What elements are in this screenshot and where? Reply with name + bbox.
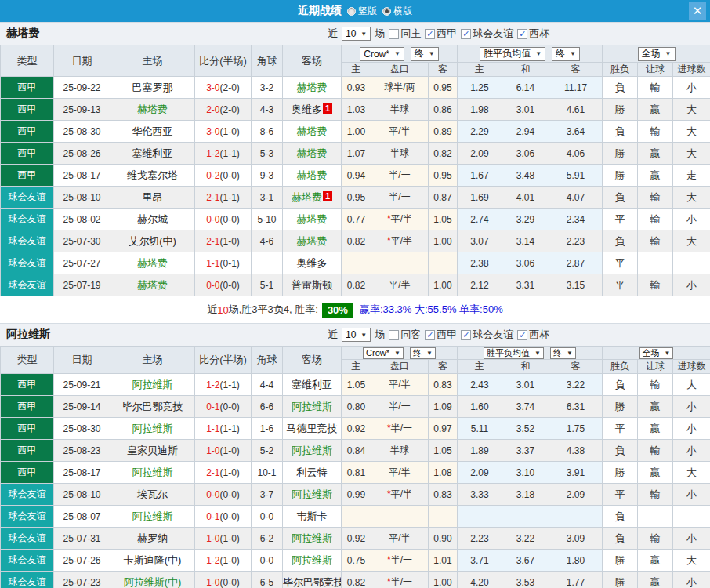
league-type-cell: 球会友谊 [1,528,54,550]
away-team-name: 赫塔费 [297,169,328,181]
score-cell: 1-2(1-1) [195,143,252,165]
subcol-goals: 进球数 [673,63,710,77]
halftime-score: (1-0) [220,533,240,544]
bookmaker-select[interactable]: Crow*▼ [363,347,404,359]
handicap-cell: 平/半 [371,374,429,396]
away-odds-cell: 0.90 [429,528,458,550]
checkbox-unchecked-icon [389,330,399,340]
avg-home-cell: 3.33 [458,484,502,506]
same-venue-checkbox[interactable]: 同主 [389,27,421,41]
away-team-cell: 马德里竞技 [283,418,342,440]
avg-away-cell: 3.22 [549,374,603,396]
match-count-select[interactable]: 10 ▼ [342,328,371,342]
league-checkbox[interactable]: ✓ 西甲 [425,328,457,342]
away-odds-cell: 0.83 [429,374,458,396]
match-row: 西甲25-08-17阿拉维斯2-1(1-0)10-1利云特0.81平/半1.08… [1,462,710,484]
away-team-cell: 韦斯卡 [283,506,342,528]
match-row: 球会友谊25-08-02赫尔城0-0(0-0)5-10赫塔费0.77*平/半1.… [1,209,710,230]
result-cell: 平 [603,484,638,506]
result-cell: 勝 [603,550,638,572]
scope-select[interactable]: 全场▼ [639,347,674,359]
home-odds-cell: 0.93 [342,77,371,99]
home-odds-cell: 1.03 [342,99,371,121]
average-final-select[interactable]: 终▼ [552,47,580,61]
average-select[interactable]: 胜平负均值▼ [480,47,545,61]
fulltime-score: 1-1 [206,258,219,269]
avg-away-cell: 5.91 [549,165,603,187]
layout-vertical-radio[interactable]: 竖版 [347,5,377,18]
handicap-cell: *平/半 [371,230,429,252]
away-odds-cell: 0.97 [429,418,458,440]
goals-result-cell: 小 [673,274,710,296]
checkbox-checked-icon: ✓ [425,29,435,39]
avg-draw-cell: 2.94 [502,121,549,143]
friendly-checkbox[interactable]: ✓ 球会友谊 [461,27,513,41]
same-venue-checkbox[interactable]: 同客 [389,328,421,342]
avg-away-cell: 1.75 [549,418,603,440]
avg-away-cell: 3.15 [549,274,603,296]
home-team-cell: 毕尔巴鄂竞技 [110,396,195,418]
away-team-name: 普雷斯顿 [292,279,332,291]
halftime-score: (1-0) [220,445,240,456]
average-select[interactable]: 胜平负均值▼ [484,347,544,359]
handicap-value: 半/一 [391,423,412,434]
col-type: 类型 [1,45,54,77]
date-cell: 25-08-02 [54,209,110,230]
match-count-select[interactable]: 10 ▼ [342,27,371,41]
halftime-score: (1-0) [220,236,240,247]
avg-draw-cell: 3.10 [502,462,549,484]
radio-unselected-icon [347,7,356,16]
avg-home-cell: 1.89 [458,440,502,462]
league-type-cell: 西甲 [1,165,54,187]
avg-away-cell: 4.06 [549,143,603,165]
cup-checkbox[interactable]: ✓ 西杯 [517,27,549,41]
scope-select[interactable]: 全场▼ [638,47,676,61]
page-title: 近期战绩 [298,4,342,18]
league-type-cell: 球会友谊 [1,572,54,588]
goals-result-cell: 大 [673,550,710,572]
goals-result-cell: 大 [673,187,710,209]
friendly-checkbox[interactable]: ✓ 球会友谊 [461,328,513,342]
league-type-cell: 西甲 [1,143,54,165]
col-date: 日期 [54,45,110,77]
away-odds-cell: 0.89 [429,121,458,143]
league-type-cell: 球会友谊 [1,252,54,274]
handicap-cell: 半/一 [371,165,429,187]
layout-horizontal-radio[interactable]: 横版 [382,5,412,18]
handicap-cell: 平/半 [371,274,429,296]
col-date: 日期 [54,347,110,374]
goals-result-cell: 大 [673,143,710,165]
odds-final-select[interactable]: 终▼ [411,47,439,61]
away-odds-cell: 0.95 [429,165,458,187]
home-odds-cell: 0.84 [342,440,371,462]
odds-final-select[interactable]: 终▼ [410,347,436,359]
avg-away-cell: 4.61 [549,99,603,121]
halftime-score: (0-0) [220,280,240,291]
away-team-cell: 赫塔费1 [283,187,342,209]
match-row: 西甲25-09-21阿拉维斯1-2(1-1)4-4塞维利亚1.05平/半0.83… [1,374,710,396]
result-cell: 負 [603,187,638,209]
handicap-result-cell: 贏 [638,550,673,572]
halftime-score: (0-0) [220,214,240,225]
bookmaker-select[interactable]: Crow*▼ [360,47,404,61]
handicap-result-cell: 贏 [638,572,673,588]
handicap-cell: 半球 [371,440,429,462]
away-team-name: 阿拉维斯 [292,488,332,500]
fulltime-score: 1-0 [206,533,219,544]
checkbox-checked-icon: ✓ [461,29,471,39]
col-away: 客场 [283,45,342,77]
league-checkbox[interactable]: ✓ 西甲 [425,27,457,41]
avg-away-cell: 3.91 [549,462,603,484]
date-cell: 25-09-21 [54,374,110,396]
average-final-select[interactable]: 终▼ [550,347,576,359]
cup-checkbox[interactable]: ✓ 西杯 [517,328,549,342]
halftime-score: (1-0) [220,467,240,478]
col-type: 类型 [1,347,54,374]
home-odds-cell: 0.99 [342,484,371,506]
handicap-result-cell: 贏 [638,418,673,440]
handicap-cell: 平/半 [371,528,429,550]
close-button[interactable]: ✕ [689,2,706,20]
home-odds-cell: 0.92 [342,418,371,440]
goals-result-cell: 大 [673,121,710,143]
league-type-cell: 球会友谊 [1,209,54,230]
